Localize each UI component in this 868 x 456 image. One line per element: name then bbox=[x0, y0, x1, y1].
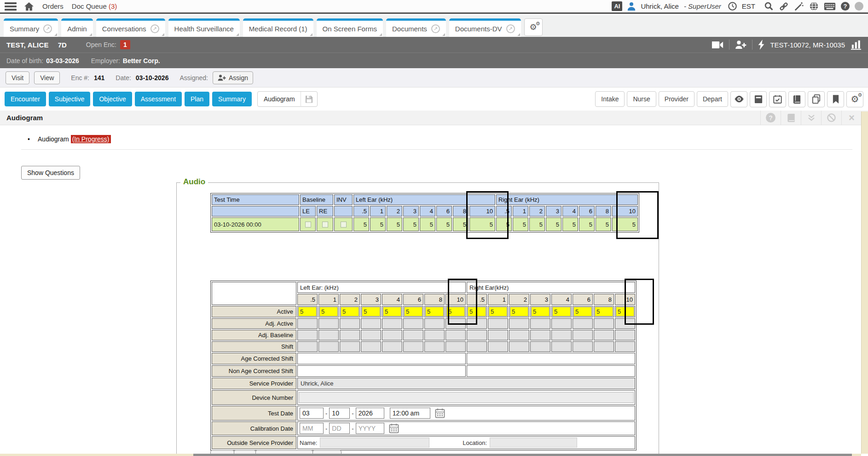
calendar-icon[interactable] bbox=[435, 408, 445, 418]
test-date-year-input[interactable] bbox=[356, 408, 384, 419]
open-in-new-icon[interactable]: ↗ bbox=[506, 24, 515, 33]
doc-queue-menu-item[interactable]: Doc Queue (3) bbox=[72, 2, 117, 10]
open-enc-count-badge[interactable]: 1 bbox=[120, 40, 130, 49]
baseline-le-checkbox[interactable] bbox=[305, 222, 311, 228]
horizontal-scrollbar-thumb[interactable] bbox=[193, 454, 852, 456]
assessment-button[interactable]: Assessment bbox=[135, 92, 182, 106]
assign-button[interactable]: Assign bbox=[213, 71, 253, 84]
active-cell[interactable]: 5 bbox=[530, 306, 550, 317]
active-cell[interactable]: 5 bbox=[318, 306, 339, 317]
hamburger-menu-icon[interactable] bbox=[5, 2, 17, 11]
open-in-new-icon[interactable]: ↗ bbox=[43, 24, 52, 33]
tab-health-surveillance[interactable]: Health Surveillance bbox=[168, 18, 240, 37]
active-threshold-input[interactable]: 5 bbox=[552, 307, 571, 316]
open-in-new-icon[interactable]: ↗ bbox=[150, 24, 159, 33]
audiogram-item-label[interactable]: Audiogram bbox=[38, 135, 69, 143]
keyboard-icon[interactable] bbox=[824, 2, 836, 11]
calendar-icon[interactable] bbox=[389, 423, 399, 433]
inv-checkbox[interactable] bbox=[341, 222, 347, 228]
active-threshold-input[interactable]: 5 bbox=[489, 307, 507, 316]
active-threshold-input[interactable]: 5 bbox=[362, 307, 380, 316]
outside-location-input[interactable] bbox=[490, 438, 577, 448]
active-threshold-input[interactable]: 5 bbox=[341, 307, 359, 316]
home-icon[interactable] bbox=[24, 2, 34, 11]
tab-summary[interactable]: Summary ↗ bbox=[4, 18, 58, 37]
device-number-input[interactable] bbox=[299, 392, 634, 403]
active-cell[interactable]: 5 bbox=[551, 306, 572, 317]
objective-button[interactable]: Objective bbox=[93, 92, 132, 106]
section-help-icon[interactable]: ? bbox=[760, 111, 781, 125]
link-icon[interactable] bbox=[779, 1, 789, 12]
section-cancel-icon[interactable] bbox=[821, 111, 841, 125]
nurse-button[interactable]: Nurse bbox=[627, 91, 656, 107]
baseline-re-cell[interactable] bbox=[317, 217, 333, 231]
visit-button[interactable]: Visit bbox=[6, 71, 29, 84]
test-time-input[interactable] bbox=[390, 408, 430, 419]
bar-chart-icon[interactable] bbox=[851, 40, 862, 50]
audiogram-document-tab[interactable]: Audiogram bbox=[257, 91, 318, 107]
active-threshold-input[interactable]: 5 bbox=[616, 307, 634, 316]
active-cell[interactable]: 5 bbox=[573, 306, 593, 317]
active-threshold-input[interactable]: 5 bbox=[531, 307, 550, 316]
search-icon[interactable] bbox=[764, 1, 774, 11]
archive-icon[interactable] bbox=[750, 91, 767, 107]
user-icon[interactable] bbox=[627, 2, 636, 11]
add-person-icon[interactable] bbox=[735, 40, 746, 49]
ai-badge[interactable]: AI bbox=[612, 1, 622, 11]
active-threshold-input[interactable]: 5 bbox=[446, 307, 465, 316]
active-cell[interactable]: 5 bbox=[424, 306, 445, 317]
open-in-new-icon[interactable]: ↗ bbox=[431, 24, 440, 33]
active-cell[interactable]: 5 bbox=[509, 306, 529, 317]
section-close-icon[interactable]: × bbox=[841, 111, 862, 125]
active-threshold-input[interactable]: 5 bbox=[298, 307, 317, 316]
help-icon[interactable]: ? bbox=[841, 2, 850, 11]
tab-admin[interactable]: Admin bbox=[61, 18, 93, 37]
active-threshold-input[interactable]: 5 bbox=[510, 307, 528, 316]
section-book-icon[interactable] bbox=[781, 111, 801, 125]
tab-documents-dv[interactable]: Documents-DV ↗ bbox=[449, 18, 521, 37]
vertical-scrollbar[interactable] bbox=[861, 111, 868, 454]
summary-button[interactable]: Summary bbox=[212, 92, 252, 106]
active-cell[interactable]: 5 bbox=[615, 306, 635, 317]
active-cell[interactable]: 5 bbox=[382, 306, 402, 317]
eye-icon[interactable] bbox=[730, 91, 747, 107]
tab-medical-record[interactable]: Medical Record (1) bbox=[243, 18, 313, 37]
wand-icon[interactable] bbox=[794, 1, 804, 12]
book-icon[interactable] bbox=[788, 91, 805, 107]
baseline-re-checkbox[interactable] bbox=[322, 222, 328, 228]
active-threshold-input[interactable]: 5 bbox=[383, 307, 401, 316]
plan-button[interactable]: Plan bbox=[185, 92, 209, 106]
save-icon[interactable] bbox=[301, 95, 317, 103]
lightning-bolt-icon[interactable] bbox=[758, 40, 764, 50]
copy-icon[interactable] bbox=[808, 91, 825, 107]
video-camera-icon[interactable] bbox=[712, 41, 723, 49]
active-threshold-input[interactable]: 5 bbox=[573, 307, 592, 316]
active-cell[interactable]: 5 bbox=[297, 306, 318, 317]
active-threshold-input[interactable]: 5 bbox=[425, 307, 444, 316]
outside-name-input[interactable] bbox=[320, 438, 429, 448]
active-cell[interactable]: 5 bbox=[594, 306, 614, 317]
audiogram-list-item[interactable]: • Audiogram (In Progress) bbox=[28, 135, 111, 143]
active-threshold-input[interactable]: 5 bbox=[404, 307, 422, 316]
section-collapse-icon[interactable] bbox=[801, 111, 821, 125]
active-cell[interactable]: 5 bbox=[361, 306, 381, 317]
active-threshold-input[interactable]: 5 bbox=[319, 307, 338, 316]
encounter-button[interactable]: Encounter bbox=[5, 92, 46, 106]
inv-cell[interactable] bbox=[334, 217, 353, 231]
calibration-month-input[interactable] bbox=[300, 423, 324, 434]
calibration-year-input[interactable] bbox=[356, 423, 384, 434]
user-name[interactable]: Uhrick, Alice bbox=[641, 2, 679, 10]
depart-button[interactable]: Depart bbox=[697, 91, 728, 107]
intake-button[interactable]: Intake bbox=[595, 91, 625, 107]
view-button[interactable]: View bbox=[34, 71, 60, 84]
provider-button[interactable]: Provider bbox=[659, 91, 694, 107]
baseline-le-cell[interactable] bbox=[300, 217, 316, 231]
clock-icon[interactable] bbox=[728, 2, 737, 11]
active-cell[interactable]: 5 bbox=[446, 306, 466, 317]
calibration-day-input[interactable] bbox=[329, 423, 350, 434]
active-threshold-input[interactable]: 5 bbox=[595, 307, 613, 316]
test-date-month-input[interactable] bbox=[300, 408, 324, 419]
orders-menu-item[interactable]: Orders bbox=[42, 2, 64, 10]
tab-documents[interactable]: Documents ↗ bbox=[386, 18, 446, 37]
tab-settings-gear-icon[interactable]: ⚙⚙ bbox=[524, 18, 543, 36]
